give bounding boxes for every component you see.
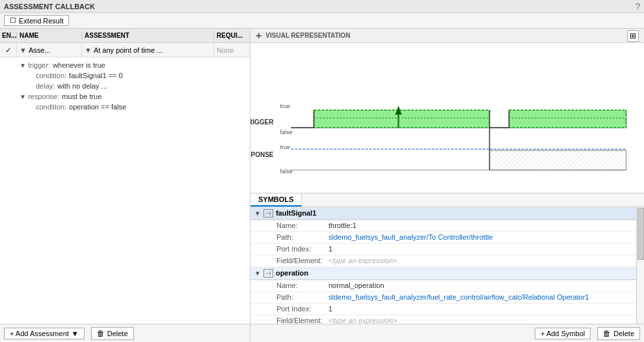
assessment-dropdown-icon: ▼	[85, 46, 92, 54]
symbols-scrollbar[interactable]	[636, 207, 644, 324]
title-bar: ASSESSMENT CALLBACK ?	[0, 0, 644, 13]
response-false-label: false	[280, 168, 293, 175]
response-collapse-icon: ▼	[20, 93, 26, 100]
tree-condition2-item: condition: operation == false	[0, 102, 250, 112]
operation-signal-icon: ⊣	[263, 269, 273, 278]
right-panel: + VISUAL REPRESENTATION ⊞ TRIGGER RESPON…	[250, 29, 644, 342]
tree-response-item[interactable]: ▼ response: must be true	[0, 91, 250, 102]
operation-collapse-icon: ▼	[254, 270, 261, 277]
row-checkbox[interactable]: ✓	[0, 43, 17, 57]
symbols-list: ▼ ⊣ faultSignal1 Name: throttle:1 Path: …	[250, 207, 636, 324]
checkbox-icon: ☐	[10, 16, 16, 25]
condition1-value: faultSignal1 == 0	[69, 72, 123, 79]
operation-fieldelement-label: Field/Element:	[276, 317, 329, 324]
visual-title: + VISUAL REPRESENTATION	[256, 30, 350, 42]
tree-condition1-item: condition: faultSignal1 == 0	[0, 70, 250, 81]
row-name-cell: ▼ Asse...	[17, 43, 82, 57]
app-title: ASSESSMENT CALLBACK	[4, 3, 95, 10]
visual-area: TRIGGER RESPONSE true false true false	[250, 43, 644, 193]
faultsignal-path-link[interactable]: sldemo_fuelsys_fault_analyzer/To Control…	[329, 233, 493, 241]
name-dropdown-icon: ▼	[20, 46, 27, 54]
tree-delay-item: delay: with no delay ...	[0, 81, 250, 91]
faultsignal-portindex-row: Port Index: 1	[250, 244, 636, 255]
tree-trigger-item[interactable]: ▼ trigger: whenever is true	[0, 60, 250, 70]
trigger-value: whenever is true	[53, 61, 105, 69]
faultsignal-name-label: Name:	[276, 221, 329, 229]
visual-settings-icon[interactable]: ⊞	[627, 30, 639, 42]
operation-name-label: Name:	[276, 281, 329, 289]
trigger-false-label: false	[280, 129, 293, 135]
faultsignal-name: faultSignal1	[276, 209, 316, 217]
left-panel: EN... NAME ASSESSMENT REQUI... ✓ ▼ Asse.…	[0, 29, 250, 342]
operation-portindex-row: Port Index: 1	[250, 304, 636, 315]
operation-path-link[interactable]: sldemo_fuelsys_fault_analyzer/fuel_rate_…	[329, 293, 589, 301]
operation-fieldelement-value[interactable]: <type an expression>	[329, 317, 397, 324]
faultsignal-path-label: Path:	[276, 233, 329, 241]
operation-portindex-value: 1	[329, 305, 332, 313]
faultsignal-portindex-label: Port Index:	[276, 245, 329, 253]
faultsignal-fieldelement-value[interactable]: <type an expression>	[329, 257, 397, 264]
faultsignal-path-row: Path: sldemo_fuelsys_fault_analyzer/To C…	[250, 232, 636, 244]
row-name-value: Asse...	[29, 46, 51, 54]
bottom-toolbar-right: + Add Symbol 🗑 Delete	[250, 324, 644, 342]
delete-symbol-trash-icon: 🗑	[603, 329, 611, 338]
add-visual-icon[interactable]: +	[256, 30, 262, 42]
faultsignal-collapse-icon: ▼	[254, 210, 261, 217]
delete-symbol-button[interactable]: 🗑 Delete	[597, 327, 640, 340]
response-hatch-area	[490, 150, 626, 170]
faultsignal-signal-icon: ⊣	[263, 209, 273, 218]
col-assessment-header: ASSESSMENT	[82, 32, 214, 39]
delete-assessment-button[interactable]: 🗑 Delete	[91, 327, 134, 340]
add-assessment-button[interactable]: + Add Assessment ▼	[4, 328, 85, 339]
trash-icon: 🗑	[97, 329, 105, 338]
row-requi-value: None	[217, 46, 234, 54]
checkmark-icon: ✓	[5, 46, 12, 55]
trigger-svg-label: TRIGGER	[250, 119, 274, 126]
visual-header: + VISUAL REPRESENTATION ⊞	[250, 29, 644, 43]
visualization-svg: TRIGGER RESPONSE true false true false	[250, 43, 644, 183]
extend-result-button[interactable]: ☐ Extend Result	[4, 15, 69, 26]
scroll-thumb[interactable]	[637, 208, 644, 260]
col-en-header: EN...	[0, 32, 17, 39]
left-scroll-area[interactable]: ▼ trigger: whenever is true condition: f…	[0, 57, 250, 324]
help-icon[interactable]: ?	[636, 1, 640, 11]
assessment-row[interactable]: ✓ ▼ Asse... ▼ At any point of time ... N…	[0, 43, 250, 57]
symbols-inner: ▼ ⊣ faultSignal1 Name: throttle:1 Path: …	[250, 207, 644, 324]
operation-path-label: Path:	[276, 293, 329, 301]
operation-portindex-label: Port Index:	[276, 305, 329, 313]
bottom-toolbar-left: + Add Assessment ▼ 🗑 Delete	[0, 324, 250, 342]
symbol-group-operation[interactable]: ▼ ⊣ operation	[250, 267, 636, 280]
right-bottom-area: SYMBOLS ▼ ⊣ faultSignal1 Name: throttle:…	[250, 193, 644, 343]
symbols-tab[interactable]: SYMBOLS	[250, 193, 302, 207]
operation-fieldelement-row: Field/Element: <type an expression>	[250, 315, 636, 324]
delay-value: with no delay ...	[57, 82, 107, 90]
condition2-label: condition:	[36, 103, 66, 111]
col-requi-header: REQUI...	[214, 32, 250, 39]
toolbar: ☐ Extend Result	[0, 13, 644, 29]
extend-result-label: Extend Result	[19, 17, 63, 25]
operation-path-row: Path: sldemo_fuelsys_fault_analyzer/fuel…	[250, 292, 636, 304]
response-true-label: true	[280, 144, 291, 150]
add-assessment-dropdown-icon: ▼	[72, 330, 79, 337]
operation-name-row: Name: normal_operation	[250, 280, 636, 292]
visual-section-title: VISUAL REPRESENTATION	[265, 32, 350, 39]
trigger-true-label: true	[280, 103, 291, 109]
symbol-group-faultsignal[interactable]: ▼ ⊣ faultSignal1	[250, 207, 636, 220]
trigger-collapse-icon: ▼	[20, 62, 26, 69]
add-symbol-label: + Add Symbol	[541, 330, 585, 337]
trigger-green-block-1	[314, 110, 490, 128]
row-assessment-cell: ▼ At any point of time ...	[82, 43, 214, 57]
col-name-header: NAME	[17, 32, 82, 39]
main-layout: EN... NAME ASSESSMENT REQUI... ✓ ▼ Asse.…	[0, 29, 644, 342]
faultsignal-fieldelement-row: Field/Element: <type an expression>	[250, 255, 636, 267]
delete-symbol-label: Delete	[613, 330, 634, 337]
response-label: response:	[28, 93, 59, 100]
condition1-label: condition:	[36, 72, 66, 79]
add-symbol-button[interactable]: + Add Symbol	[535, 328, 591, 339]
delete-assessment-label: Delete	[107, 330, 128, 337]
table-header: EN... NAME ASSESSMENT REQUI...	[0, 29, 250, 43]
add-assessment-label: + Add Assessment	[10, 330, 69, 337]
tree-content: ▼ trigger: whenever is true condition: f…	[0, 57, 250, 115]
row-requi-cell: None	[214, 43, 250, 57]
response-value: must be true	[62, 93, 101, 100]
